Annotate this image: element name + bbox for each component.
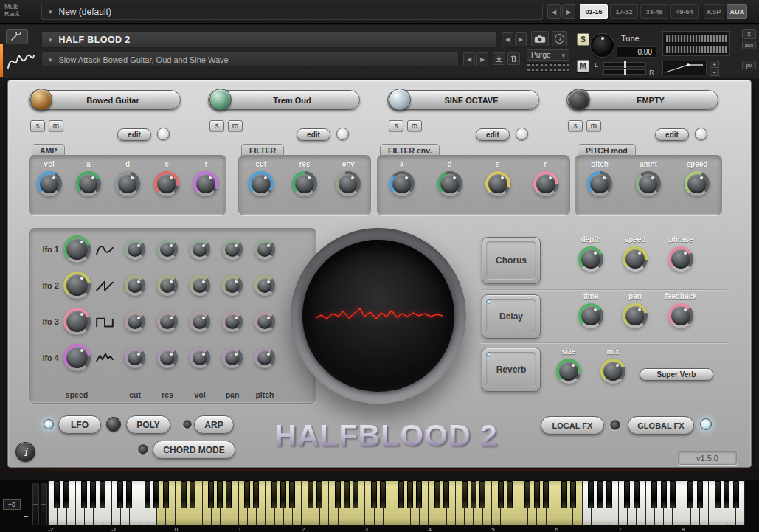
octave-down-mark[interactable]: − [24, 497, 28, 506]
lfo-vol-knob[interactable] [190, 275, 210, 296]
source-level-knob[interactable] [157, 128, 170, 140]
page-17-32-button[interactable]: 17-32 [610, 4, 638, 19]
lfo-pan-knob[interactable] [222, 311, 243, 332]
black-key[interactable] [117, 481, 123, 508]
reverb-mix-knob[interactable] [600, 359, 625, 384]
black-key[interactable] [443, 481, 449, 508]
chorus-button[interactable]: Chorus [482, 237, 541, 284]
source-edit-button[interactable]: edit [476, 128, 510, 141]
amp-sustain-knob[interactable] [154, 171, 179, 196]
chorus-phrase-knob[interactable] [668, 246, 693, 272]
load-snapshot-button[interactable] [493, 52, 505, 65]
black-key[interactable] [271, 481, 277, 508]
local-fx-button[interactable]: LOCAL FX [541, 416, 604, 435]
multi-preset-dropdown[interactable]: ▾ New (default) [41, 4, 543, 20]
source-edit-button[interactable]: edit [297, 128, 330, 141]
black-key[interactable] [217, 481, 223, 508]
pitch-knob[interactable] [587, 171, 612, 196]
piano-keyboard[interactable] [48, 481, 745, 525]
black-key[interactable] [308, 481, 313, 508]
delay-button[interactable]: Delay [482, 294, 541, 339]
close-instrument-button[interactable]: x [742, 29, 756, 39]
aux-button[interactable]: AUX [727, 4, 747, 19]
black-key[interactable] [606, 481, 612, 508]
ksp-button[interactable]: KSP [704, 4, 724, 19]
black-key[interactable] [335, 481, 341, 508]
black-key[interactable] [534, 481, 540, 508]
next-snapshot-button[interactable]: ▶ [476, 52, 488, 66]
reverb-button[interactable]: Reverb [482, 348, 541, 392]
source-level-knob[interactable] [695, 128, 707, 140]
black-key[interactable] [90, 481, 96, 508]
lfo-vol-knob[interactable] [190, 311, 210, 332]
lfo-cut-knob[interactable] [125, 311, 145, 332]
black-key[interactable] [63, 481, 69, 508]
black-key[interactable] [244, 481, 250, 508]
next-bank-button[interactable]: ▶ [562, 4, 575, 19]
lfo-vol-knob[interactable] [190, 239, 210, 260]
page-01-16-button[interactable]: 01-16 [580, 4, 608, 19]
lfo-cut-knob[interactable] [125, 239, 145, 260]
black-key[interactable] [651, 481, 657, 508]
chord-mode-button[interactable]: CHORD MODE [153, 441, 235, 459]
black-key[interactable] [462, 481, 468, 508]
lfo-cut-knob[interactable] [125, 348, 145, 368]
black-key[interactable] [479, 481, 485, 508]
rack-view-label[interactable]: Multi Rack [4, 3, 20, 18]
arp-mode-button[interactable]: ARP [194, 415, 234, 434]
black-key[interactable] [471, 481, 476, 508]
lfo-speed-knob[interactable] [63, 235, 91, 263]
black-key[interactable] [588, 481, 594, 508]
black-key[interactable] [100, 481, 105, 508]
pitch-wheel[interactable] [32, 483, 39, 525]
black-key[interactable] [407, 481, 413, 508]
tune-value[interactable]: 0.00 [617, 46, 656, 58]
source-mute-button[interactable]: m [586, 120, 601, 131]
amp-release-knob[interactable] [193, 171, 218, 196]
lfo-random-wave-icon[interactable] [95, 350, 114, 366]
source-mute-button[interactable]: m [49, 120, 63, 131]
black-key[interactable] [145, 481, 150, 508]
black-key[interactable] [670, 481, 676, 508]
delay-feedback-knob[interactable] [668, 303, 693, 328]
filter-env-decay-knob[interactable] [437, 171, 462, 196]
amp-decay-knob[interactable] [115, 171, 140, 196]
black-key[interactable] [624, 481, 630, 508]
chorus-depth-knob[interactable] [578, 246, 603, 272]
black-key[interactable] [253, 481, 259, 508]
black-key[interactable] [597, 481, 603, 508]
black-key[interactable] [661, 481, 667, 508]
velocity-curve-display[interactable] [662, 61, 707, 75]
filter-cutoff-knob[interactable] [249, 171, 274, 196]
mod-wheel[interactable] [41, 483, 47, 525]
filter-env-sustain-knob[interactable] [485, 171, 510, 196]
black-key[interactable] [498, 481, 504, 508]
black-key[interactable] [353, 481, 358, 508]
prev-bank-button[interactable]: ◀ [547, 4, 561, 19]
lfo-cut-knob[interactable] [125, 275, 145, 296]
instrument-subtitle-bar[interactable]: ▾ Slow Attack Bowed Guitar, Oud and Sine… [41, 52, 459, 67]
solo-button[interactable]: S [577, 33, 589, 46]
lfo-square-wave-icon[interactable] [95, 314, 114, 330]
decrease-button[interactable]: − [710, 69, 719, 76]
info-button[interactable]: i [15, 442, 35, 462]
page-33-48-button[interactable]: 33-48 [640, 4, 668, 19]
source-mute-button[interactable]: m [228, 120, 243, 131]
pitch-amount-knob[interactable] [636, 171, 661, 196]
black-key[interactable] [543, 481, 549, 508]
black-key[interactable] [126, 481, 132, 508]
tune-knob[interactable] [591, 34, 614, 57]
source-edit-button[interactable]: edit [117, 128, 151, 141]
octave-up-mark[interactable]: = [24, 511, 28, 519]
black-key[interactable] [733, 481, 739, 508]
lfo-speed-knob[interactable] [63, 308, 91, 335]
page-49-64-button[interactable]: 49-64 [670, 4, 699, 19]
black-key[interactable] [289, 481, 295, 508]
lfo-pitch-knob[interactable] [254, 348, 275, 368]
black-key[interactable] [416, 481, 422, 508]
lfo-res-knob[interactable] [157, 275, 178, 296]
black-key[interactable] [163, 481, 169, 508]
source-edit-button[interactable]: edit [655, 128, 689, 141]
black-key[interactable] [507, 481, 513, 508]
lfo-res-knob[interactable] [157, 311, 178, 332]
